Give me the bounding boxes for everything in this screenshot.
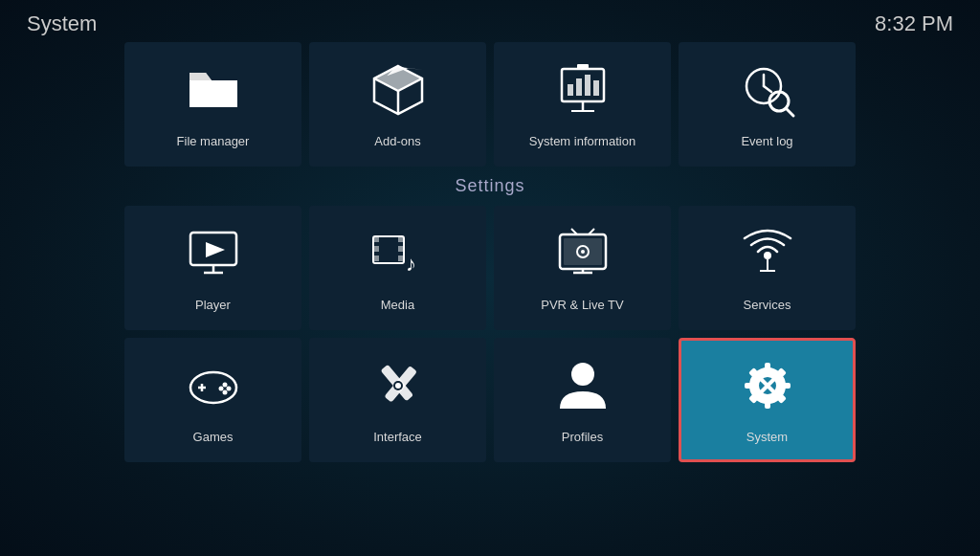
svg-text:♪: ♪ <box>406 252 416 276</box>
svg-point-54 <box>571 363 594 386</box>
svg-point-48 <box>226 386 231 390</box>
clock: 8:32 PM <box>875 11 953 36</box>
tile-add-ons[interactable]: Add-ons <box>309 42 486 167</box>
settings-label: Settings <box>27 176 953 196</box>
media-icon: ♪ <box>369 225 427 290</box>
svg-point-39 <box>581 250 585 254</box>
page-title: System <box>27 11 97 36</box>
svg-point-40 <box>764 252 771 259</box>
gamepad-icon <box>185 357 242 422</box>
tile-player-label: Player <box>195 298 231 312</box>
tile-file-manager-label: File manager <box>177 134 250 148</box>
svg-rect-59 <box>745 383 752 389</box>
tile-services[interactable]: Services <box>679 206 856 330</box>
gear-icon <box>739 357 796 422</box>
monitor-play-icon <box>185 225 242 290</box>
svg-line-19 <box>786 108 793 116</box>
tile-system-information-label: System information <box>529 134 635 148</box>
svg-point-46 <box>222 382 227 387</box>
svg-rect-57 <box>765 363 770 370</box>
svg-point-47 <box>218 386 223 390</box>
svg-point-53 <box>395 383 401 389</box>
tile-profiles[interactable]: Profiles <box>494 338 671 462</box>
clock-search-icon <box>739 61 796 126</box>
tile-services-label: Services <box>744 298 791 312</box>
tile-interface[interactable]: Interface <box>309 338 486 462</box>
settings-row-1: Player ♪ Media <box>27 206 953 330</box>
svg-rect-60 <box>783 383 791 389</box>
wifi-icon <box>739 225 796 290</box>
top-tiles-row: File manager Add-ons <box>27 42 953 167</box>
svg-rect-26 <box>373 246 379 252</box>
svg-line-17 <box>764 86 771 92</box>
tile-file-manager[interactable]: File manager <box>124 42 301 167</box>
svg-rect-12 <box>593 80 599 96</box>
svg-marker-23 <box>206 242 225 257</box>
header: System 8:32 PM <box>0 0 980 42</box>
svg-rect-27 <box>373 256 379 261</box>
svg-rect-30 <box>398 256 404 261</box>
tile-system-label: System <box>746 430 788 444</box>
tile-profiles-label: Profiles <box>562 430 603 444</box>
tile-pvr-live-tv[interactable]: PVR & Live TV <box>494 206 671 330</box>
tile-system-information[interactable]: System information <box>494 42 671 167</box>
main-content: File manager Add-ons <box>0 42 980 462</box>
tv-icon <box>554 225 612 290</box>
tile-event-log-label: Event log <box>741 134 792 148</box>
chart-icon <box>554 61 612 126</box>
tile-system[interactable]: System <box>679 338 856 462</box>
tile-event-log[interactable]: Event log <box>679 42 856 167</box>
tile-pvr-live-tv-label: PVR & Live TV <box>541 298 623 312</box>
tile-media-label: Media <box>381 298 414 312</box>
svg-rect-11 <box>585 75 590 96</box>
box-icon <box>369 61 427 126</box>
tile-media[interactable]: ♪ Media <box>309 206 486 330</box>
svg-rect-58 <box>765 401 770 409</box>
tile-player[interactable]: Player <box>124 206 301 330</box>
pencil-icon <box>369 357 427 422</box>
person-icon <box>554 357 612 422</box>
svg-rect-29 <box>398 246 404 252</box>
tile-games-label: Games <box>193 430 234 444</box>
svg-rect-9 <box>568 84 573 96</box>
svg-rect-14 <box>577 64 589 69</box>
tile-games[interactable]: Games <box>124 338 301 462</box>
svg-rect-25 <box>373 236 379 242</box>
tile-interface-label: Interface <box>373 430 422 444</box>
tile-add-ons-label: Add-ons <box>374 134 420 148</box>
settings-row-2: Games Interface Profiles <box>27 338 953 462</box>
folder-icon <box>185 61 242 126</box>
svg-rect-28 <box>398 236 404 242</box>
svg-point-49 <box>222 389 227 394</box>
svg-rect-10 <box>576 78 582 96</box>
